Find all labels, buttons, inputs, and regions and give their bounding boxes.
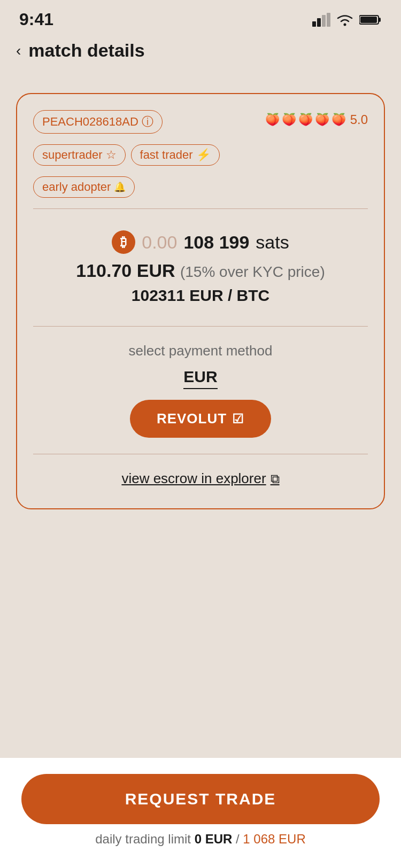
svg-rect-7 <box>360 17 377 23</box>
daily-limit-label: daily trading limit <box>95 832 191 846</box>
supertrader-tag: supertrader ☆ <box>33 144 126 166</box>
divider-1 <box>33 208 368 209</box>
peach-5: 🍑 <box>331 113 346 127</box>
rating-score: 5.0 <box>350 112 368 127</box>
bottom-section: REQUEST TRADE daily trading limit 0 EUR … <box>0 757 401 868</box>
btc-unit: sats <box>256 232 289 253</box>
wifi-icon <box>336 13 354 27</box>
early-adopter-tag: early adopter 🔔 <box>33 176 135 198</box>
svg-rect-0 <box>312 21 316 27</box>
revolut-button[interactable]: REVOLUT ☑ <box>130 400 271 438</box>
user-id-label: PEACH028618AD <box>42 115 138 129</box>
escrow-link-label: view escrow in explorer <box>121 470 266 487</box>
page-title: match details <box>28 40 144 61</box>
divider-2 <box>33 326 368 327</box>
external-link-icon: ⧉ <box>271 471 280 486</box>
escrow-link[interactable]: view escrow in explorer ⧉ <box>121 470 279 487</box>
eur-amount-value: 110.70 EUR <box>76 260 175 281</box>
daily-limit-max: 1 068 EUR <box>243 832 305 846</box>
revolut-check-icon: ☑ <box>232 412 244 427</box>
supertrader-label: supertrader <box>42 148 103 162</box>
fast-trader-label: fast trader <box>140 148 193 162</box>
status-icons <box>312 13 382 27</box>
btc-price: 102311 EUR / BTC <box>33 286 368 305</box>
svg-rect-2 <box>322 15 326 27</box>
status-time: 9:41 <box>19 10 53 29</box>
battery-icon <box>359 14 382 26</box>
back-button[interactable]: ‹ <box>16 42 21 59</box>
eur-note: (15% over KYC price) <box>180 264 325 280</box>
bell-icon: 🔔 <box>114 181 126 193</box>
peach-4: 🍑 <box>315 113 329 127</box>
btc-row: ₿ 0.00 108 199 sats <box>33 230 368 254</box>
match-card: PEACH028618AD ⓘ supertrader ☆ fast trade… <box>16 93 385 509</box>
page-header: ‹ match details <box>0 35 401 72</box>
revolut-label: REVOLUT <box>157 410 227 427</box>
btc-icon: ₿ <box>112 230 135 254</box>
svg-point-4 <box>344 23 346 26</box>
early-adopter-label: early adopter <box>42 180 111 194</box>
svg-rect-6 <box>379 18 381 22</box>
peach-2: 🍑 <box>282 113 296 127</box>
user-id-tag[interactable]: PEACH028618AD ⓘ <box>33 110 163 134</box>
payment-label: select payment method <box>33 343 368 359</box>
lightning-icon: ⚡ <box>196 148 211 162</box>
peach-1: 🍑 <box>265 113 280 127</box>
divider-3 <box>33 454 368 454</box>
peach-3: 🍑 <box>298 113 313 127</box>
rating-area: 🍑 🍑 🍑 🍑 🍑 5.0 <box>265 110 368 127</box>
fast-trader-tag: fast trader ⚡ <box>131 144 220 166</box>
currency-label: EUR <box>183 368 217 389</box>
svg-rect-1 <box>317 18 321 27</box>
escrow-section: view escrow in explorer ⧉ <box>33 465 368 492</box>
request-trade-button[interactable]: REQUEST TRADE <box>21 774 380 824</box>
status-bar: 9:41 <box>0 0 401 35</box>
eur-amount: 110.70 EUR (15% over KYC price) <box>33 260 368 281</box>
info-icon: ⓘ <box>142 114 153 130</box>
amount-section: ₿ 0.00 108 199 sats 110.70 EUR (15% over… <box>33 220 368 315</box>
btc-amount-muted: 0.00 <box>142 232 177 253</box>
payment-section: select payment method EUR REVOLUT ☑ <box>33 337 368 443</box>
daily-limit-separator: / <box>236 832 243 846</box>
signal-icon <box>312 13 330 27</box>
user-row: PEACH028618AD ⓘ supertrader ☆ fast trade… <box>33 110 368 198</box>
user-tags-container: PEACH028618AD ⓘ supertrader ☆ fast trade… <box>33 110 265 198</box>
svg-rect-3 <box>327 13 330 27</box>
daily-limit-row: daily trading limit 0 EUR / 1 068 EUR <box>95 832 306 847</box>
daily-limit-zero: 0 EUR <box>195 832 233 846</box>
star-icon: ☆ <box>106 148 117 162</box>
btc-amount-main: 108 199 <box>183 232 249 253</box>
